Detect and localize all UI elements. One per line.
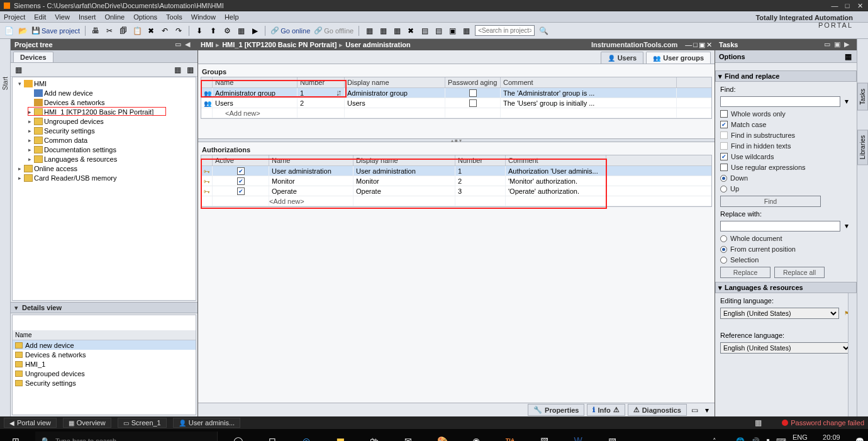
password-aging-checkbox[interactable] (469, 89, 477, 97)
menu-window[interactable]: Window (191, 13, 216, 21)
windows-search[interactable]: 🔍 Type here to search (35, 432, 218, 441)
opt-from-pos[interactable]: From current position (720, 245, 852, 253)
opt-up[interactable]: Up (720, 185, 852, 193)
groups-grid[interactable]: Name Number Display name Password aging … (201, 77, 712, 119)
tree-tool-icon[interactable]: ▦ (13, 65, 23, 75)
simatic-icon[interactable]: ▧ (531, 432, 557, 441)
auth-grid[interactable]: Active Name Display name Number Comment … (201, 155, 712, 207)
editor-restore-icon[interactable]: □ (693, 41, 698, 49)
list-item[interactable]: HMI_1 (13, 359, 196, 369)
tree-row[interactable]: Add new device (13, 88, 196, 98)
list-item[interactable]: Security settings (13, 378, 196, 388)
notifications-icon[interactable]: 💬 (855, 437, 864, 442)
open-project-icon[interactable]: 📂 (18, 26, 28, 36)
screen-tab[interactable]: ▭ Screen_1 (118, 418, 167, 428)
tree-view-icon-1[interactable]: ▦ (172, 65, 182, 75)
network-icon[interactable]: 🌐 (736, 437, 745, 442)
tree-row[interactable]: ▸Ungrouped devices (13, 116, 196, 126)
tree-row[interactable]: Devices & networks (13, 98, 196, 107)
reference-language-select[interactable]: English (United States) (720, 342, 852, 354)
menu-tools[interactable]: Tools (166, 13, 182, 21)
tb-icon-c[interactable]: ▦ (392, 26, 402, 36)
menu-edit[interactable]: Edit (34, 13, 46, 21)
tree-row[interactable]: ▾HMI (13, 79, 196, 88)
overview-tab[interactable]: ▦ Overview (63, 418, 111, 428)
cortana-icon[interactable]: ⊟ (259, 432, 286, 441)
opt-hidden[interactable]: Find in hidden texts (720, 142, 852, 150)
tab-diagnostics[interactable]: Diagnostics (628, 404, 687, 416)
keyboard-icon[interactable]: ⌨ (776, 437, 786, 442)
new-project-icon[interactable]: 📄 (4, 26, 14, 36)
tab-properties[interactable]: Properties (528, 404, 584, 416)
volume-icon[interactable]: 🔊 (751, 437, 760, 442)
store-icon[interactable]: 🛍 (361, 432, 387, 441)
save-project-button[interactable]: 💾 Save project (31, 26, 80, 35)
tab-devices[interactable]: Devices (13, 52, 53, 62)
other-app-icon[interactable]: ▧ (599, 432, 625, 441)
search-in-project-input[interactable] (475, 25, 535, 36)
task-view-icon[interactable]: ◯ (225, 432, 252, 441)
start-sidebar[interactable]: Start (0, 39, 11, 416)
table-row[interactable]: ✔ User administration User administratio… (201, 166, 711, 176)
crumb-hmi[interactable]: HMI (201, 41, 213, 48)
tb-icon-e[interactable]: ▤ (420, 26, 430, 36)
opt-wildcards[interactable]: ✔Use wildcards (720, 153, 852, 160)
languages-header[interactable]: ▾Languages & resources (715, 282, 857, 293)
table-row[interactable]: Administrator group 1⮃ Administrator gro… (201, 88, 711, 98)
paste-icon[interactable]: 📋 (132, 26, 142, 36)
tab-info[interactable]: Info (587, 404, 625, 416)
table-row[interactable]: Users 2 Users The 'Users' group is initi… (201, 98, 711, 108)
windows-start-button[interactable]: ⊞ (4, 432, 28, 441)
mail-icon[interactable]: ✉ (395, 432, 421, 441)
go-online-button[interactable]: 🔗 Go online (270, 26, 310, 35)
add-new-row[interactable]: <Add new> (201, 108, 711, 118)
tasks-scrollbar[interactable] (848, 293, 857, 416)
active-checkbox[interactable]: ✔ (237, 187, 245, 195)
edge-icon[interactable]: ◎ (293, 432, 320, 441)
print-icon[interactable]: 🖶 (91, 26, 101, 36)
tree-view-icon-2[interactable]: ▦ (185, 65, 195, 75)
tasks-collapse-icon[interactable]: ▶ (844, 40, 853, 49)
compile-icon[interactable]: ⚙ (222, 26, 232, 36)
editor-min-icon[interactable]: — (685, 41, 692, 49)
opt-match-case[interactable]: ✔Match case (720, 121, 852, 128)
maximize-icon[interactable]: □ (843, 2, 852, 9)
table-row[interactable]: ✔ Operate Operate 3 'Operate' authorizat… (201, 186, 711, 196)
side-tab-libraries[interactable]: Libraries (857, 130, 868, 165)
opt-whole-words[interactable]: Whole words only (720, 110, 852, 118)
opt-whole-doc[interactable]: Whole document (720, 235, 852, 242)
crumb-page[interactable]: User administration (345, 41, 410, 48)
options-tool-icon[interactable]: ▦ (843, 52, 853, 62)
details-view-header[interactable]: ▾ Details view (11, 302, 198, 313)
tb-icon-h[interactable]: ▦ (461, 26, 471, 36)
active-checkbox[interactable]: ✔ (237, 177, 245, 185)
opt-substructures[interactable]: Find in substructures (720, 131, 852, 139)
opt-down[interactable]: Down (720, 174, 852, 182)
menu-help[interactable]: Help (225, 13, 239, 21)
inspector-collapse-icon[interactable]: ▭ (689, 405, 699, 415)
find-input[interactable] (720, 96, 840, 107)
cut-icon[interactable]: ✂ (104, 26, 114, 36)
stepper-icon[interactable]: ⮃ (336, 90, 342, 96)
find-dropdown-icon[interactable]: ▾ (842, 96, 852, 106)
tb-icon-d[interactable]: ✖ (406, 26, 416, 36)
redo-icon[interactable]: ↷ (174, 26, 184, 36)
explorer-icon[interactable]: ▆ (327, 432, 353, 441)
tab-users[interactable]: Users (601, 52, 644, 64)
opt-selection[interactable]: Selection (720, 256, 852, 264)
menu-insert[interactable]: Insert (79, 13, 96, 21)
start-icon[interactable]: ▶ (250, 26, 260, 36)
tree-row[interactable]: ▸Documentation settings (13, 145, 196, 154)
find-button[interactable]: Find (720, 196, 821, 207)
menu-view[interactable]: View (55, 13, 70, 21)
close-icon[interactable]: ✕ (855, 2, 864, 9)
search-icon[interactable]: 🔍 (538, 26, 548, 36)
chrome-icon[interactable]: ◉ (463, 432, 489, 441)
go-offline-button[interactable]: 🔗 Go offline (314, 26, 353, 35)
clock[interactable]: 20:0924-04-2020 (814, 434, 849, 441)
project-tree[interactable]: ▾HMIAdd new deviceDevices & networks▸HMI… (12, 77, 196, 301)
delete-icon[interactable]: ✖ (146, 26, 156, 36)
tree-row[interactable]: ▸Online access (13, 164, 196, 173)
menu-project[interactable]: Project (4, 13, 25, 21)
list-item[interactable]: Ungrouped devices (13, 369, 196, 378)
